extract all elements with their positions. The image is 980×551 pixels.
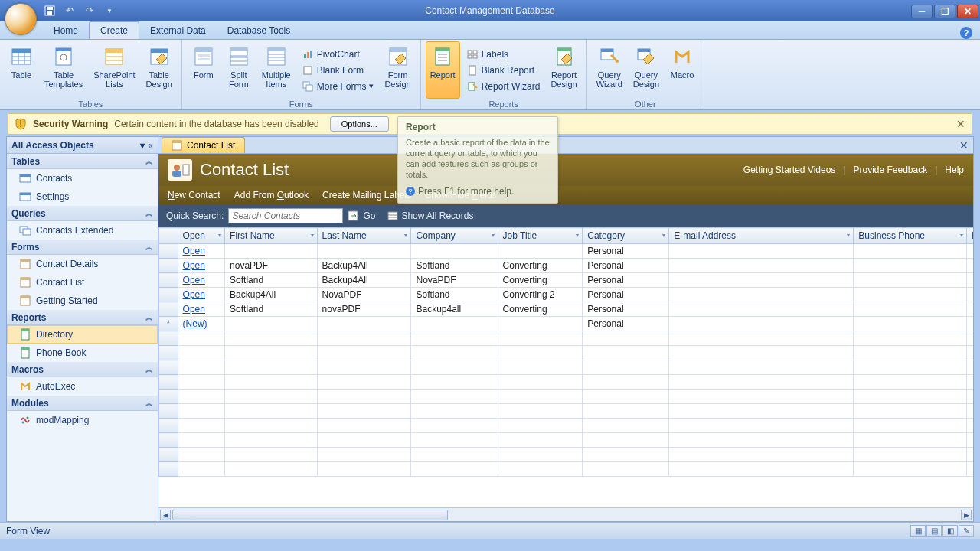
report-button[interactable]: Report	[426, 41, 460, 99]
cell[interactable]	[669, 302, 854, 317]
close-button[interactable]: ✕	[957, 5, 978, 18]
cell[interactable]	[669, 273, 854, 288]
col-category[interactable]: Category▾	[583, 228, 669, 244]
view-datasheet-icon[interactable]: ▤	[926, 525, 942, 537]
report-wizard-button[interactable]: Report Wizard	[462, 79, 545, 94]
nav-item-phone-book[interactable]: Phone Book	[7, 344, 158, 362]
query-wizard-button[interactable]: Query Wizard	[592, 41, 627, 99]
link-getting-started-videos[interactable]: Getting Started Videos	[743, 165, 836, 175]
cell[interactable]: Personal	[583, 244, 669, 259]
open-link[interactable]: Open	[183, 260, 205, 271]
col-last-name[interactable]: Last Name▾	[317, 228, 411, 244]
cell[interactable]	[498, 244, 583, 259]
row-selector[interactable]	[159, 302, 178, 317]
cell[interactable]: NovaPDF	[317, 288, 411, 302]
help-icon[interactable]: ?	[960, 27, 972, 39]
col-dropdown-icon[interactable]: ▾	[662, 232, 665, 239]
scroll-thumb[interactable]	[172, 510, 448, 520]
labels-button[interactable]: Labels	[462, 47, 545, 62]
link-help[interactable]: Help	[945, 165, 964, 175]
nav-item-directory[interactable]: Directory	[7, 325, 158, 344]
qat-dropdown-icon[interactable]: ▼	[103, 4, 116, 18]
cell[interactable]	[411, 244, 498, 259]
cmd-show-hide-fields[interactable]: Show/Hide Fields	[425, 190, 496, 201]
nav-collapse-icon[interactable]: «	[148, 140, 153, 151]
cell[interactable]	[669, 259, 854, 273]
cell[interactable]: Personal	[583, 259, 669, 273]
cell[interactable]: Backup4All	[317, 273, 411, 288]
nav-item-autoexec[interactable]: AutoExec	[7, 377, 158, 396]
cell[interactable]	[669, 317, 854, 331]
scroll-right-icon[interactable]: ▶	[961, 510, 972, 520]
cmd-add-from-outlook[interactable]: Add From Outlook	[234, 190, 309, 201]
report-design-button[interactable]: Report Design	[546, 41, 581, 99]
col-dropdown-icon[interactable]: ▾	[218, 232, 221, 239]
tab-home[interactable]: Home	[43, 22, 89, 39]
pivotchart-button[interactable]: PivotChart	[297, 47, 379, 62]
security-options-button[interactable]: Options...	[330, 116, 389, 132]
row-selector[interactable]	[159, 273, 178, 288]
nav-item-settings[interactable]: Settings	[7, 187, 158, 206]
cell[interactable]: Personal	[583, 288, 669, 302]
more-forms-button[interactable]: More Forms ▾	[297, 79, 379, 94]
tab-create[interactable]: Create	[89, 21, 139, 39]
col-dropdown-icon[interactable]: ▾	[404, 232, 407, 239]
cell[interactable]	[966, 288, 973, 302]
blank-report-button[interactable]: Blank Report	[462, 63, 545, 78]
cell[interactable]	[854, 244, 967, 259]
cell[interactable]: Softland	[225, 273, 317, 288]
row-selector[interactable]	[159, 244, 178, 259]
nav-item-contact-details[interactable]: Contact Details	[7, 255, 158, 273]
cell[interactable]	[966, 273, 973, 288]
cell[interactable]	[498, 317, 583, 331]
col-home-phone[interactable]: Home Phone▾	[966, 228, 973, 244]
col-open[interactable]: Open▾	[178, 228, 224, 244]
cmd-create-mailing-labels[interactable]: Create Mailing Labels	[322, 190, 411, 201]
col-business-phone[interactable]: Business Phone▾	[854, 228, 967, 244]
open-link[interactable]: (New)	[183, 318, 207, 329]
cell[interactable]: Converting 2	[498, 288, 583, 302]
col-dropdown-icon[interactable]: ▾	[311, 232, 314, 239]
cell[interactable]: Converting	[498, 273, 583, 288]
datasheet[interactable]: Open▾First Name▾Last Name▾Company▾Job Ti…	[158, 227, 973, 507]
form-button[interactable]: Form	[187, 41, 220, 99]
redo-icon[interactable]: ↷	[83, 4, 96, 18]
horizontal-scrollbar[interactable]: ◀ ▶	[158, 507, 973, 521]
blank-form-button[interactable]: Blank Form	[297, 63, 379, 78]
nav-group-tables[interactable]: Tables︽	[7, 154, 158, 169]
table-button[interactable]: Table	[5, 41, 38, 99]
doctab-close-icon[interactable]: ✕	[959, 139, 969, 152]
cell[interactable]	[966, 317, 973, 331]
cell[interactable]	[966, 302, 973, 317]
macro-button[interactable]: Macro	[665, 41, 699, 99]
cell[interactable]: Softland	[225, 302, 317, 317]
save-icon[interactable]	[43, 4, 57, 18]
nav-group-modules[interactable]: Modules︽	[7, 396, 158, 411]
col-first-name[interactable]: First Name▾	[225, 228, 317, 244]
go-icon[interactable]	[348, 210, 358, 221]
nav-item-modmapping[interactable]: modMapping	[7, 411, 158, 429]
undo-icon[interactable]: ↶	[63, 4, 77, 18]
col-dropdown-icon[interactable]: ▾	[847, 232, 850, 239]
cell[interactable]	[854, 273, 967, 288]
security-close-icon[interactable]: ✕	[956, 118, 965, 130]
scroll-left-icon[interactable]: ◀	[160, 510, 171, 520]
tab-external-data[interactable]: External Data	[139, 22, 217, 39]
open-link[interactable]: Open	[183, 275, 205, 285]
nav-item-contacts[interactable]: Contacts	[7, 169, 158, 187]
go-button[interactable]: Go	[363, 210, 375, 221]
cell[interactable]: NovaPDF	[411, 273, 498, 288]
cell[interactable]	[854, 317, 967, 331]
cell[interactable]	[669, 288, 854, 302]
cell[interactable]	[411, 317, 498, 331]
cell[interactable]: Softland	[411, 259, 498, 273]
show-all-records[interactable]: Show All Records	[387, 210, 473, 221]
cell[interactable]	[854, 259, 967, 273]
search-input[interactable]	[228, 208, 343, 223]
cell[interactable]	[966, 259, 973, 273]
nav-group-forms[interactable]: Forms︽	[7, 240, 158, 255]
cell[interactable]	[966, 244, 973, 259]
nav-item-contacts-extended[interactable]: Contacts Extended	[7, 221, 158, 240]
nav-group-macros[interactable]: Macros︽	[7, 362, 158, 377]
cell[interactable]	[225, 244, 317, 259]
